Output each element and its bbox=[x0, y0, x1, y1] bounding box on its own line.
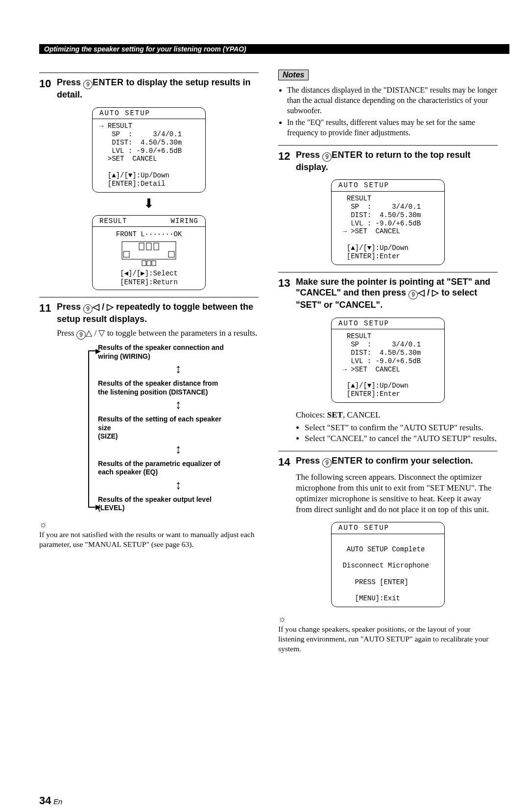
notes-list: The distances displayed in the "DISTANCE… bbox=[278, 85, 498, 138]
tip-text: If you change speakers, speaker position… bbox=[278, 624, 498, 654]
up-key-icon: △ bbox=[86, 328, 92, 338]
lcd-body: AUTO SETUP Complete Disconnect Microphon… bbox=[332, 534, 444, 607]
flow-level-label: Results of the speaker output level (LEV… bbox=[98, 495, 225, 513]
enter-key-label: ENTER bbox=[93, 77, 124, 87]
step-title: Press 9◁ / ▷ repeatedly to toggle betwee… bbox=[57, 301, 259, 325]
svg-rect-7 bbox=[147, 261, 151, 266]
choice-item: Select "CANCEL" to cancel the "AUTO SETU… bbox=[305, 433, 498, 444]
step-title: Press 9ENTER to display the setup result… bbox=[57, 77, 259, 100]
step-11: 11 Press 9◁ / ▷ repeatedly to toggle bet… bbox=[39, 297, 259, 549]
step-number: 13 bbox=[278, 276, 296, 290]
enter-key-label: ENTER bbox=[332, 456, 363, 466]
note-item: The distances displayed in the "DISTANCE… bbox=[287, 85, 498, 116]
button-ref-9: 9 bbox=[83, 80, 93, 89]
lcd-title: AUTO SETUP bbox=[332, 318, 444, 330]
results-flow: ▶ ▶ Results of the speaker connection an… bbox=[69, 344, 259, 513]
lcd-wiring-body: FRONT L·······OK [◀]/[▶]:Se bbox=[93, 227, 205, 290]
svg-rect-2 bbox=[139, 243, 144, 250]
lcd-complete: AUTO SETUP AUTO SETUP Complete Disconnec… bbox=[331, 522, 445, 607]
button-ref-9: 9 bbox=[83, 304, 93, 314]
left-key-icon: ◁ bbox=[418, 288, 425, 297]
left-key-icon: ◁ bbox=[93, 302, 99, 312]
step-14: 14 Press 9ENTER to confirm your selectio… bbox=[278, 451, 498, 654]
choice-rest: , CANCEL bbox=[343, 410, 381, 419]
button-ref-9: 9 bbox=[409, 290, 418, 299]
arrow-updown-icon: ↕ bbox=[98, 479, 259, 492]
tip-text: If you are not satisfied with the result… bbox=[39, 530, 259, 549]
lcd-title: AUTO SETUP bbox=[332, 522, 444, 534]
svg-rect-1 bbox=[123, 251, 129, 257]
right-key-icon: ▷ bbox=[107, 302, 114, 312]
lcd-result-detail: AUTO SETUP → RESULT SP : 3/4/0.1 DIST: 4… bbox=[92, 107, 206, 193]
svg-rect-8 bbox=[152, 261, 156, 266]
step-12: 12 Press 9ENTER to return to the top res… bbox=[278, 145, 498, 265]
lcd-result-top: AUTO SETUP RESULT SP : 3/4/0.1 DIST: 4.5… bbox=[331, 179, 445, 265]
step-number: 11 bbox=[39, 301, 57, 315]
lcd-wiring: RESULT WIRING FRONT L·······OK bbox=[92, 215, 206, 291]
arrow-updown-icon: ↕ bbox=[98, 443, 259, 456]
step-title: Make sure the pointer is pointing at "SE… bbox=[296, 276, 498, 311]
flow-size-label: Results of the setting of each speaker s… bbox=[98, 415, 225, 441]
flow-distance-label: Results of the speaker distance from the… bbox=[98, 379, 225, 396]
note-item: In the "EQ" results, different values ma… bbox=[287, 118, 498, 138]
notes-heading: Notes bbox=[278, 70, 309, 80]
flow-wiring-label: Results of the speaker connection and wi… bbox=[98, 344, 225, 361]
button-ref-9: 9 bbox=[322, 152, 332, 162]
choice-set-bold: SET bbox=[327, 410, 343, 419]
step-title: Press 9ENTER to confirm your selection. bbox=[296, 455, 473, 468]
button-ref-9: 9 bbox=[322, 458, 332, 468]
svg-rect-6 bbox=[142, 261, 146, 266]
tip-icon: ☼ bbox=[278, 614, 287, 624]
choice-item: Select "SET" to confirm the "AUTO SETUP"… bbox=[305, 422, 498, 433]
svg-rect-5 bbox=[168, 251, 174, 257]
step-title: Press 9ENTER to return to the top result… bbox=[296, 149, 498, 173]
lcd-tab-result: RESULT bbox=[99, 217, 127, 225]
enter-key-label: ENTER bbox=[332, 150, 363, 160]
arrow-down-icon: ⬇ bbox=[39, 197, 259, 210]
tip-icon: ☼ bbox=[39, 519, 48, 529]
step-number: 12 bbox=[278, 149, 296, 163]
svg-rect-4 bbox=[154, 243, 159, 250]
left-column: 10 Press 9ENTER to display the setup res… bbox=[39, 66, 259, 654]
step-number: 14 bbox=[278, 455, 296, 469]
arrow-updown-icon: ↕ bbox=[98, 363, 259, 375]
step-number: 10 bbox=[39, 77, 57, 91]
lcd-tab-wiring: WIRING bbox=[171, 217, 198, 225]
svg-rect-0 bbox=[122, 242, 176, 259]
choices-list: Select "SET" to confirm the "AUTO SETUP"… bbox=[296, 422, 498, 444]
right-column: Notes The distances displayed in the "DI… bbox=[278, 66, 498, 654]
step-10: 10 Press 9ENTER to display the setup res… bbox=[39, 73, 259, 290]
lcd-body: → RESULT SP : 3/4/0.1 DIST: 4.50/5.30m L… bbox=[93, 119, 205, 192]
lcd-body: RESULT SP : 3/4/0.1 DIST: 4.50/5.30m LVL… bbox=[332, 329, 444, 402]
step-body: The following screen appears. Disconnect… bbox=[278, 472, 498, 515]
arrow-updown-icon: ↕ bbox=[98, 398, 259, 411]
section-header: Optimizing the speaker setting for your … bbox=[39, 44, 509, 54]
step-13: 13 Make sure the pointer is pointing at … bbox=[278, 272, 498, 444]
svg-rect-3 bbox=[146, 243, 151, 250]
step-body: Press 9△ / ▽ to toggle between the param… bbox=[39, 328, 259, 340]
page-number: 34 En bbox=[39, 794, 62, 807]
flow-eq-label: Results of the parametric equalizer of e… bbox=[98, 460, 225, 477]
right-key-icon: ▷ bbox=[432, 288, 439, 297]
lcd-set-cancel: AUTO SETUP RESULT SP : 3/4/0.1 DIST: 4.5… bbox=[331, 318, 445, 403]
speaker-layout-icon bbox=[115, 239, 183, 267]
down-key-icon: ▽ bbox=[98, 328, 105, 338]
button-ref-9: 9 bbox=[76, 330, 86, 340]
lcd-title: AUTO SETUP bbox=[93, 108, 205, 120]
choices-label: Choices: bbox=[296, 410, 327, 419]
lcd-body: RESULT SP : 3/4/0.1 DIST: 4.50/5.30m LVL… bbox=[332, 192, 444, 264]
lcd-title: AUTO SETUP bbox=[332, 180, 444, 192]
